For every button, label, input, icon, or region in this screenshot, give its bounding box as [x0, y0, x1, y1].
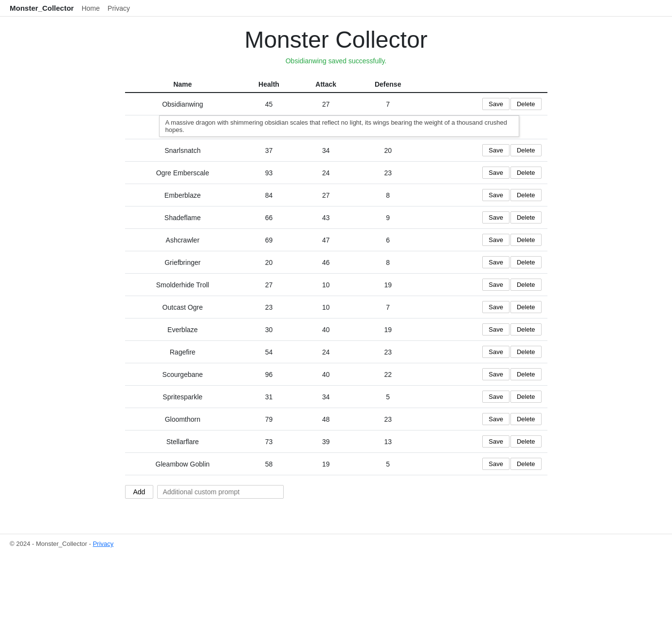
- cell-actions: SaveDelete: [421, 139, 547, 162]
- save-button[interactable]: Save: [482, 256, 509, 268]
- col-name: Name: [125, 76, 240, 93]
- cell-actions: SaveDelete: [421, 296, 547, 318]
- delete-button[interactable]: Delete: [510, 391, 542, 403]
- delete-button[interactable]: Delete: [510, 167, 542, 179]
- add-area: Add: [125, 485, 547, 499]
- delete-button[interactable]: Delete: [510, 211, 542, 224]
- cell-defense: 23: [354, 162, 421, 184]
- nav-link-home[interactable]: Home: [82, 4, 100, 12]
- table-row: Everblaze304019SaveDelete: [125, 318, 547, 341]
- cell-name: Ashcrawler: [125, 229, 240, 251]
- save-button[interactable]: Save: [482, 98, 509, 110]
- delete-button[interactable]: Delete: [510, 323, 542, 336]
- cell-health: 69: [240, 229, 297, 251]
- cell-actions: SaveDelete: [421, 206, 547, 229]
- delete-button[interactable]: Delete: [510, 301, 542, 313]
- cell-actions: SaveDelete: [421, 408, 547, 430]
- cell-defense: 19: [354, 274, 421, 296]
- cell-defense: 9: [354, 206, 421, 229]
- nav-brand: Monster_Collector: [10, 4, 74, 12]
- save-button[interactable]: Save: [482, 368, 509, 380]
- col-defense: Defense: [354, 76, 421, 93]
- save-button[interactable]: Save: [482, 413, 509, 425]
- cell-name: Obsidianwing: [125, 93, 240, 115]
- cell-actions: SaveDelete: [421, 341, 547, 363]
- delete-button[interactable]: Delete: [510, 435, 542, 448]
- footer: © 2024 - Monster_Collector - Privacy: [0, 534, 672, 553]
- delete-button[interactable]: Delete: [510, 413, 542, 425]
- cell-health: 66: [240, 206, 297, 229]
- cell-attack: 10: [297, 296, 354, 318]
- save-button[interactable]: Save: [482, 279, 509, 291]
- cell-attack: 34: [297, 386, 354, 408]
- cell-defense: 5: [354, 386, 421, 408]
- cell-name: Griefbringer: [125, 251, 240, 274]
- custom-prompt-input[interactable]: [157, 485, 284, 499]
- delete-button[interactable]: Delete: [510, 458, 542, 470]
- save-button[interactable]: Save: [482, 234, 509, 246]
- table-header: Name Health Attack Defense: [125, 76, 547, 93]
- cell-defense: 8: [354, 251, 421, 274]
- table-row: Ogre Emberscale932423SaveDelete: [125, 162, 547, 184]
- tooltip-cell: A massive dragon with shimmering obsidia…: [125, 115, 547, 139]
- save-button[interactable]: Save: [482, 189, 509, 201]
- table-row: Smolderhide Troll271019SaveDelete: [125, 274, 547, 296]
- table-row: Ashcrawler69476SaveDelete: [125, 229, 547, 251]
- save-button[interactable]: Save: [482, 323, 509, 336]
- cell-actions: SaveDelete: [421, 453, 547, 475]
- table-row: Emberblaze84278SaveDelete: [125, 184, 547, 206]
- cell-defense: 19: [354, 318, 421, 341]
- col-actions: [421, 76, 547, 93]
- cell-actions: SaveDelete: [421, 93, 547, 115]
- table-row: Shadeflame66439SaveDelete: [125, 206, 547, 229]
- col-health: Health: [240, 76, 297, 93]
- cell-attack: 46: [297, 251, 354, 274]
- cell-health: 45: [240, 93, 297, 115]
- cell-defense: 7: [354, 296, 421, 318]
- cell-health: 30: [240, 318, 297, 341]
- delete-button[interactable]: Delete: [510, 279, 542, 291]
- delete-button[interactable]: Delete: [510, 98, 542, 110]
- cell-health: 84: [240, 184, 297, 206]
- cell-name: Ragefire: [125, 341, 240, 363]
- cell-actions: SaveDelete: [421, 162, 547, 184]
- delete-button[interactable]: Delete: [510, 189, 542, 201]
- cell-name: Emberblaze: [125, 184, 240, 206]
- cell-attack: 24: [297, 162, 354, 184]
- save-button[interactable]: Save: [482, 144, 509, 156]
- footer-text: © 2024 - Monster_Collector -: [10, 540, 93, 547]
- save-button[interactable]: Save: [482, 435, 509, 448]
- cell-actions: SaveDelete: [421, 274, 547, 296]
- cell-health: 79: [240, 408, 297, 430]
- save-button[interactable]: Save: [482, 211, 509, 224]
- footer-privacy-link[interactable]: Privacy: [93, 540, 114, 547]
- cell-name: Scourgebane: [125, 363, 240, 386]
- delete-button[interactable]: Delete: [510, 234, 542, 246]
- table-row: Gloomthorn794823SaveDelete: [125, 408, 547, 430]
- nav-link-privacy[interactable]: Privacy: [108, 4, 130, 12]
- cell-name: Snarlsnatch: [125, 139, 240, 162]
- tooltip-row: A massive dragon with shimmering obsidia…: [125, 115, 547, 139]
- cell-attack: 40: [297, 318, 354, 341]
- save-button[interactable]: Save: [482, 346, 509, 358]
- save-button[interactable]: Save: [482, 167, 509, 179]
- cell-health: 96: [240, 363, 297, 386]
- cell-attack: 27: [297, 93, 354, 115]
- add-button[interactable]: Add: [125, 485, 154, 499]
- cell-attack: 10: [297, 274, 354, 296]
- delete-button[interactable]: Delete: [510, 144, 542, 156]
- save-button[interactable]: Save: [482, 301, 509, 313]
- delete-button[interactable]: Delete: [510, 346, 542, 358]
- cell-name: Gloomthorn: [125, 408, 240, 430]
- cell-health: 31: [240, 386, 297, 408]
- delete-button[interactable]: Delete: [510, 256, 542, 268]
- table-row: Spritesparkle31345SaveDelete: [125, 386, 547, 408]
- save-button[interactable]: Save: [482, 391, 509, 403]
- cell-name: Spritesparkle: [125, 386, 240, 408]
- cell-defense: 13: [354, 430, 421, 453]
- cell-attack: 19: [297, 453, 354, 475]
- delete-button[interactable]: Delete: [510, 368, 542, 380]
- save-button[interactable]: Save: [482, 458, 509, 470]
- cell-attack: 39: [297, 430, 354, 453]
- cell-actions: SaveDelete: [421, 184, 547, 206]
